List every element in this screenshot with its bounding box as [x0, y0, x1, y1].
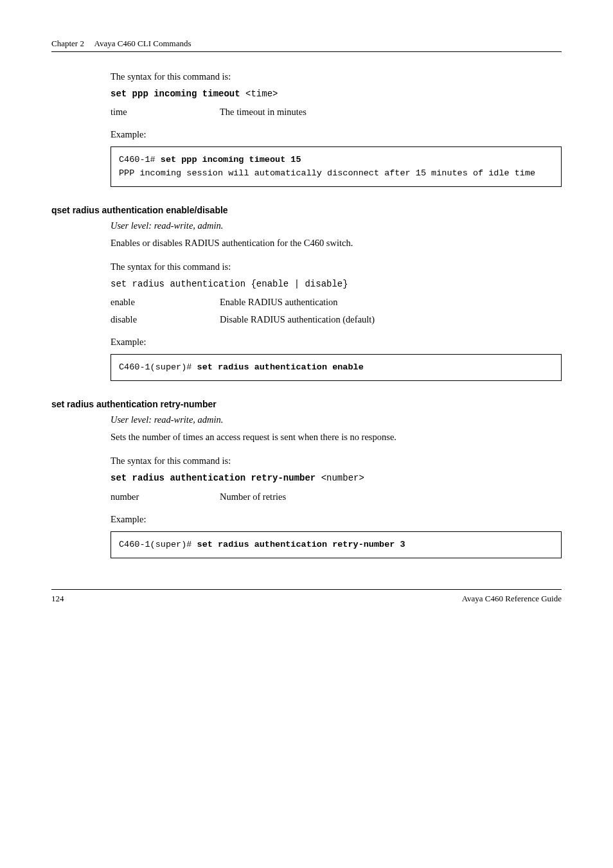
param-val: Enable RADIUS authentication — [220, 297, 338, 308]
code-bold: set ppp incoming timeout 15 — [161, 155, 301, 164]
code-rest: PPP incoming session will automatically … — [119, 168, 535, 178]
param-row: disable Disable RADIUS authentication (d… — [111, 314, 562, 325]
user-level: User level: read-write, admin. — [111, 219, 562, 233]
param-key: enable — [111, 297, 220, 308]
param-val: Disable RADIUS authentication (default) — [220, 314, 375, 325]
param-val: The timeout in minutes — [220, 107, 306, 118]
param-key: time — [111, 107, 220, 118]
code-bold: set radius authentication enable — [197, 362, 364, 372]
command-syntax: set radius authentication retry-number <… — [111, 472, 562, 484]
cmd-arg: <time> — [240, 89, 278, 99]
chapter-title: Avaya C460 CLI Commands — [94, 39, 191, 48]
page-footer: 124 Avaya C460 Reference Guide — [51, 589, 562, 604]
param-row: time The timeout in minutes — [111, 107, 562, 118]
param-row: number Number of retries — [111, 492, 562, 502]
cmd-bold: set radius authentication retry-number — [111, 473, 315, 483]
description: Sets the number of times an access reque… — [111, 430, 562, 444]
description: Enables or disables RADIUS authenticatio… — [111, 236, 562, 250]
code-prefix: C460-1# — [119, 155, 161, 164]
example-label: Example: — [111, 129, 562, 140]
page-number: 124 — [51, 594, 64, 604]
code-prefix: C460-1(super)# — [119, 362, 197, 372]
user-level: User level: read-write, admin. — [111, 413, 562, 427]
code-bold: set radius authentication retry-number 3 — [197, 540, 405, 549]
footer-title: Avaya C460 Reference Guide — [462, 594, 562, 604]
section-heading-radius-enable: qset radius authentication enable/disabl… — [51, 205, 562, 215]
code-prefix: C460-1(super)# — [119, 540, 197, 549]
header-rule — [51, 51, 562, 52]
param-key: disable — [111, 314, 220, 325]
section-heading-radius-retry: set radius authentication retry-number — [51, 399, 562, 409]
cmd-arg: <number> — [315, 473, 364, 483]
example-label: Example: — [111, 337, 562, 348]
param-val: Number of retries — [220, 492, 286, 502]
code-example: C460-1(super)# set radius authentication… — [111, 531, 562, 558]
code-example: C460-1# set ppp incoming timeout 15 PPP … — [111, 146, 562, 187]
chapter-header: Chapter 2 Avaya C460 CLI Commands — [51, 39, 562, 49]
chapter-number: Chapter 2 — [51, 39, 84, 48]
syntax-intro: The syntax for this command is: — [111, 260, 562, 274]
syntax-intro: The syntax for this command is: — [111, 454, 562, 468]
example-label: Example: — [111, 514, 562, 525]
code-example: C460-1(super)# set radius authentication… — [111, 354, 562, 381]
syntax-intro: The syntax for this command is: — [111, 70, 562, 84]
command-syntax: set ppp incoming timeout <time> — [111, 87, 562, 100]
param-key: number — [111, 492, 220, 502]
command-syntax: set radius authentication {enable | disa… — [111, 278, 562, 290]
param-row: enable Enable RADIUS authentication — [111, 297, 562, 308]
cmd-bold: set ppp incoming timeout — [111, 89, 240, 99]
